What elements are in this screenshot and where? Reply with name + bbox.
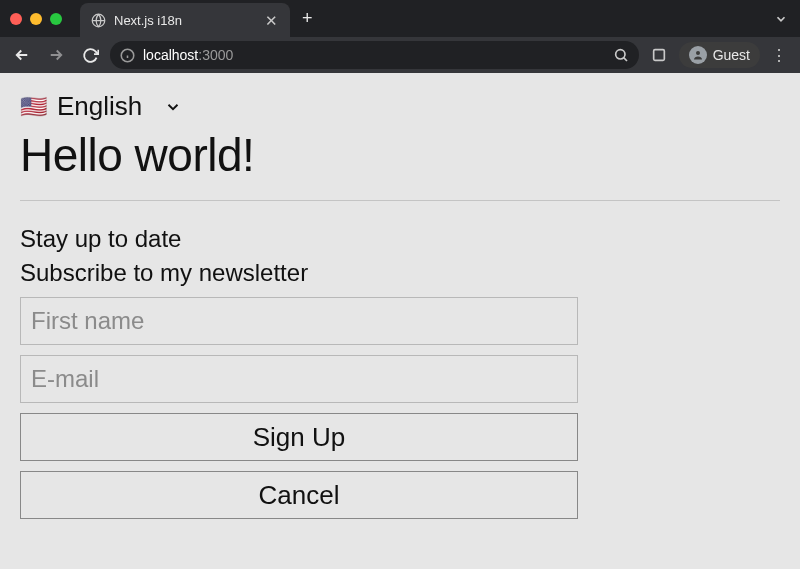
page-heading: Hello world! (20, 128, 780, 182)
first-name-input[interactable] (20, 297, 578, 345)
new-tab-button[interactable]: + (302, 8, 313, 29)
page-content: 🇺🇸 English Hello world! Stay up to date … (0, 73, 800, 537)
zoom-icon[interactable] (613, 47, 629, 63)
maximize-window-button[interactable] (50, 13, 62, 25)
minimize-window-button[interactable] (30, 13, 42, 25)
profile-label: Guest (713, 47, 750, 63)
browser-chrome: Next.js i18n ✕ + localhost:3000 (0, 0, 800, 73)
forward-button[interactable] (42, 41, 70, 69)
svg-line-5 (623, 58, 626, 61)
close-tab-icon[interactable]: ✕ (263, 13, 280, 28)
back-button[interactable] (8, 41, 36, 69)
divider (20, 200, 780, 201)
signup-button[interactable]: Sign Up (20, 413, 578, 461)
newsletter-form: Sign Up Cancel (20, 297, 578, 519)
newsletter-title: Stay up to date (20, 225, 780, 253)
chevron-down-icon (164, 98, 182, 116)
cancel-button[interactable]: Cancel (20, 471, 578, 519)
newsletter-subtitle: Subscribe to my newsletter (20, 259, 780, 287)
browser-menu-icon[interactable]: ⋮ (766, 46, 792, 65)
flag-icon: 🇺🇸 (20, 94, 47, 120)
tab-bar: Next.js i18n ✕ + (0, 0, 800, 37)
omnibox[interactable]: localhost:3000 (110, 41, 639, 69)
tabbar-overflow-icon[interactable] (774, 12, 788, 26)
profile-chip[interactable]: Guest (679, 42, 760, 68)
tab-title: Next.js i18n (114, 13, 255, 28)
svg-rect-6 (653, 50, 664, 61)
close-window-button[interactable] (10, 13, 22, 25)
language-selector[interactable]: 🇺🇸 English (20, 91, 780, 122)
reload-button[interactable] (76, 41, 104, 69)
browser-tab[interactable]: Next.js i18n ✕ (80, 3, 290, 37)
svg-point-4 (615, 50, 624, 59)
svg-point-7 (696, 51, 700, 55)
globe-icon (90, 12, 106, 28)
site-info-icon[interactable] (120, 48, 135, 63)
address-bar: localhost:3000 Guest ⋮ (0, 37, 800, 73)
email-input[interactable] (20, 355, 578, 403)
language-label: English (57, 91, 142, 122)
install-app-icon[interactable] (645, 41, 673, 69)
avatar-icon (689, 46, 707, 64)
window-controls (10, 13, 62, 25)
url-host: localhost:3000 (143, 47, 233, 63)
